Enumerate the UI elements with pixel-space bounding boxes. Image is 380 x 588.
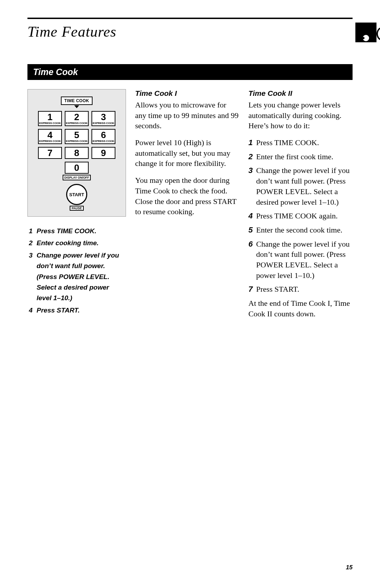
svg-point-1 [362, 37, 365, 39]
keypad-key-4: 4EXPRESS COOK [38, 129, 62, 144]
keypad-key-0: 0 [65, 162, 89, 174]
timecook2-steps: 1Press TIME COOK. 2Enter the first cook … [248, 137, 353, 295]
page-title: Time Features [27, 23, 116, 40]
keypad-key-6: 6EXPRESS COOK [91, 129, 115, 144]
keypad-key-9: 9 [91, 147, 115, 159]
keypad-key-7: 7 [38, 147, 62, 159]
keypad-illustration: TIME COOK 1EXPRESS COOK 2EXPRESS COOK 3E… [27, 89, 126, 217]
display-toggle-label: DISPLAY ON/OFF [63, 175, 91, 180]
page-number: 15 [346, 564, 353, 571]
left-instructions: 1Press TIME COOK. 2Enter cooking time. 3… [27, 217, 126, 316]
timecook1-body: Allows you to microwave for any time up … [135, 100, 239, 217]
keypad-key-2: 2EXPRESS COOK [65, 111, 89, 126]
timecook-button: TIME COOK [61, 97, 93, 105]
keypad-key-8: 8 [65, 147, 89, 159]
pause-label: PAUSE [70, 206, 84, 211]
timecook2-endnote: At the end of Time Cook I, Time Cook II … [248, 298, 353, 319]
section-title: Time Cook [27, 64, 353, 80]
arrow-down-icon [74, 105, 79, 108]
timecook1-heading: Time Cook I [135, 89, 239, 98]
timecook2-heading: Time Cook II [248, 89, 353, 98]
timecook2-intro: Lets you change power levels automatical… [248, 100, 353, 131]
keypad-key-5: 5EXPRESS COOK [65, 129, 89, 144]
keypad-key-1: 1EXPRESS COOK [38, 111, 62, 126]
start-button: START [66, 184, 87, 205]
header-graphic-icon [355, 23, 380, 42]
keypad-key-3: 3EXPRESS COOK [91, 111, 115, 126]
